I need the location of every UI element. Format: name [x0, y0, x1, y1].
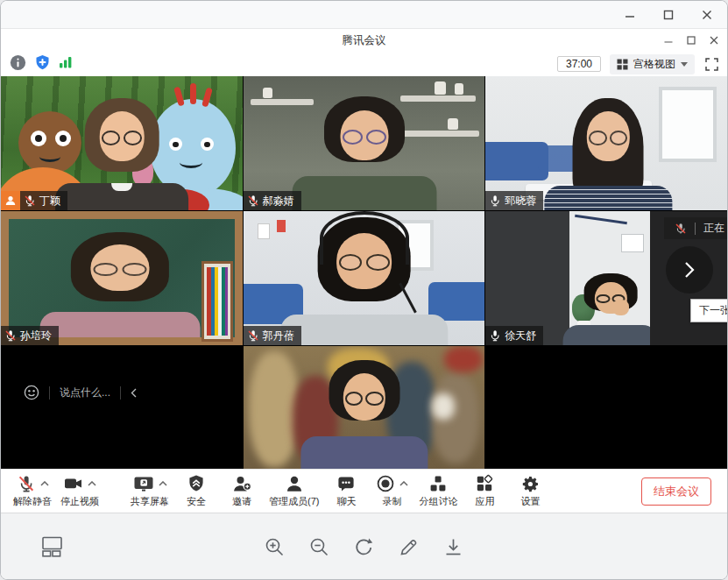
- next-page-button[interactable]: [666, 246, 713, 294]
- video-grid: 丁颖 郝淼婧: [1, 76, 727, 469]
- meeting-timer: 37:00: [557, 56, 601, 72]
- toolbar-item-invite[interactable]: 邀请: [223, 474, 260, 508]
- participant-name-label: 丁颖: [20, 191, 67, 210]
- chat-icon: [336, 474, 356, 493]
- mic-muted-icon: [24, 195, 36, 207]
- record-icon: [376, 474, 395, 493]
- cartoon-character: [150, 99, 236, 197]
- meeting-toolbar: 解除静音 停止视频 共享屏幕 安全 邀请: [1, 469, 727, 513]
- portrait-video-strip: [569, 211, 650, 345]
- mic-muted-icon: [247, 329, 259, 342]
- participant-figure: [321, 96, 408, 210]
- toolbar-item-settings[interactable]: 设置: [512, 474, 548, 508]
- participant-figure: [582, 273, 640, 345]
- meeting-minimize-icon[interactable]: [663, 36, 673, 46]
- collapse-chevron-icon[interactable]: [131, 388, 137, 398]
- bookshelf: [201, 261, 233, 342]
- video-tile-sunpeiling[interactable]: 孙培玲: [1, 211, 243, 345]
- chat-input-placeholder[interactable]: 说点什么...: [60, 385, 110, 400]
- toolbar-item-share-screen[interactable]: 共享屏幕: [131, 474, 169, 508]
- pencil-icon[interactable]: [398, 536, 420, 558]
- video-tile-xutianshu[interactable]: 正在 下一张 徐天舒: [485, 211, 727, 345]
- screenshare-icon: [133, 474, 154, 493]
- network-signal-icon[interactable]: [59, 55, 74, 73]
- caret-up-icon[interactable]: [88, 481, 96, 486]
- participant-figure: [81, 98, 162, 210]
- host-badge-icon: [1, 191, 20, 210]
- caret-up-icon[interactable]: [399, 481, 408, 486]
- zoom-in-icon[interactable]: [264, 536, 286, 558]
- video-tile-zhixiaorong[interactable]: 郅晓蓉: [485, 76, 727, 210]
- toolbar-item-manage-members[interactable]: 管理成员(7): [269, 474, 319, 508]
- layout-icon[interactable]: [41, 535, 63, 557]
- meeting-titlebar: 腾讯会议: [1, 29, 727, 52]
- toolbar-item-security[interactable]: 安全: [178, 474, 215, 508]
- video-tile-guodanbei[interactable]: 郭丹蓓: [244, 211, 485, 345]
- security-icon: [187, 474, 206, 493]
- rotate-icon[interactable]: [353, 536, 375, 558]
- participant-figure: [314, 217, 415, 345]
- view-mode-label: 宫格视图: [633, 57, 675, 72]
- toolbar-item-unmute[interactable]: 解除静音: [13, 474, 52, 508]
- cartoon-character: [18, 111, 81, 174]
- mic-on-icon: [489, 329, 501, 342]
- grid-view-icon: [617, 59, 628, 70]
- speaking-status-text: 正在: [703, 221, 724, 236]
- meeting-close-icon[interactable]: [709, 36, 718, 46]
- mic-muted-icon: [4, 329, 17, 342]
- maximize-icon[interactable]: [662, 9, 675, 21]
- participant-name-label: 郭丹蓓: [244, 326, 301, 345]
- speaking-status-bar: 正在: [664, 217, 727, 239]
- close-icon[interactable]: [701, 9, 713, 21]
- invite-icon: [232, 474, 252, 493]
- video-tile-haomiaojing[interactable]: 郝淼婧: [244, 76, 485, 210]
- participant-figure: [569, 98, 647, 210]
- toolbar-item-stop-video[interactable]: 停止视频: [60, 474, 99, 508]
- chat-quick-bar[interactable]: 说点什么...: [24, 385, 137, 400]
- apps-icon: [475, 474, 494, 493]
- mic-muted-icon: [17, 474, 36, 493]
- caret-up-icon[interactable]: [159, 481, 167, 486]
- mic-muted-icon: [247, 195, 259, 207]
- outer-titlebar: [1, 1, 727, 29]
- participant-name-label: 郅晓蓉: [485, 191, 543, 210]
- next-page-tooltip: 下一张: [690, 299, 727, 322]
- minimize-icon[interactable]: [624, 9, 636, 21]
- video-tile-costume-scene[interactable]: [244, 346, 485, 469]
- participant-name-label: 郝淼婧: [244, 191, 301, 210]
- download-icon[interactable]: [442, 536, 464, 558]
- video-scene: 说点什么...: [1, 346, 243, 469]
- video-scene: [485, 346, 727, 469]
- participant-figure: [67, 232, 173, 337]
- fullscreen-icon[interactable]: [705, 58, 718, 71]
- toolbar-item-record[interactable]: 录制: [373, 474, 410, 508]
- camera-icon: [63, 474, 83, 493]
- chevron-right-icon: [684, 261, 695, 279]
- toolbar-item-chat[interactable]: 聊天: [328, 474, 364, 508]
- end-meeting-button[interactable]: 结束会议: [641, 477, 711, 506]
- security-shield-icon[interactable]: [34, 54, 51, 74]
- mic-muted-icon: [675, 223, 687, 235]
- emoji-icon[interactable]: [24, 385, 39, 400]
- video-tile-empty[interactable]: [485, 346, 727, 469]
- breakout-icon: [428, 474, 448, 493]
- viewer-toolbar: [1, 513, 727, 580]
- mic-on-icon: [489, 195, 501, 207]
- participant-name-label: 孙培玲: [1, 326, 59, 345]
- video-tile-dingying[interactable]: 丁颖: [1, 76, 243, 210]
- view-mode-dropdown[interactable]: 宫格视图: [610, 54, 695, 74]
- participant-name-label: 徐天舒: [485, 326, 543, 345]
- members-icon: [285, 474, 304, 493]
- caret-up-icon[interactable]: [40, 481, 49, 486]
- settings-gear-icon: [520, 474, 540, 493]
- participant-figure: [326, 360, 403, 469]
- info-icon[interactable]: [10, 54, 26, 74]
- video-scene: [244, 346, 485, 469]
- toolbar-item-breakout[interactable]: 分组讨论: [419, 474, 457, 508]
- page-title: 腾讯会议: [343, 33, 386, 48]
- zoom-out-icon[interactable]: [308, 536, 330, 558]
- video-tile-empty-chat[interactable]: 说点什么...: [1, 346, 243, 469]
- toolbar-item-apps[interactable]: 应用: [466, 474, 503, 508]
- meeting-maximize-icon[interactable]: [686, 36, 696, 46]
- caret-down-icon: [681, 62, 688, 67]
